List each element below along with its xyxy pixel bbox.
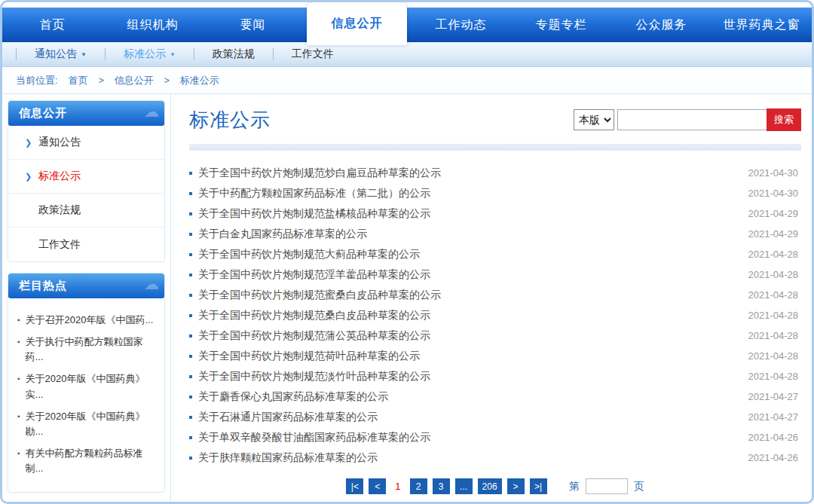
page-button[interactable]: 3 xyxy=(433,478,450,494)
news-link[interactable]: 关于全国中药饮片炮制规范炒白扁豆品种草案的公示 xyxy=(189,166,441,180)
page-button[interactable]: ... xyxy=(455,478,473,494)
news-link[interactable]: 关于全国中药饮片炮制规范盐橘核品种草案的公示 xyxy=(189,207,430,221)
subnav-item[interactable]: 通知公告▼ xyxy=(16,48,105,60)
nav-tab[interactable]: 要闻 xyxy=(203,8,303,42)
nav-tab[interactable]: 公众服务 xyxy=(611,8,711,42)
sidebar-item-label: 通知公告 xyxy=(38,136,81,149)
breadcrumb-link[interactable]: 信息公开 xyxy=(115,74,154,87)
hot-list-item[interactable]: ▪关于执行中药配方颗粒国家药... xyxy=(17,334,158,365)
news-link[interactable]: 关于全国中药饮片炮制规范大蓟品种草案的公示 xyxy=(189,248,420,261)
table-row: 关于石淋通片国家药品标准草案的公示2021-04-27 xyxy=(189,407,801,427)
news-date: 2021-04-28 xyxy=(748,289,802,301)
news-link[interactable]: 关于肤痒颗粒国家药品标准草案的公示 xyxy=(189,451,378,465)
main-header: 标准公示 本版 搜索 xyxy=(189,105,801,135)
sidebar-item-label: 标准公示 xyxy=(38,170,81,183)
news-link[interactable]: 关于单双辛酸癸酸甘油酯国家药品标准草案的公示 xyxy=(189,431,430,444)
table-row: 关于中药配方颗粒国家药品标准（第二批）的公示2021-04-30 xyxy=(189,183,801,203)
nav-tab[interactable]: 专题专栏 xyxy=(511,8,611,42)
content-area: 信息公开 ☁ ❯通知公告❯标准公示政策法规工作文件 栏目热点 ☁ ▪关于召开20… xyxy=(2,94,812,504)
breadcrumb-prefix: 当前位置: xyxy=(16,74,58,87)
subnav-item[interactable]: 政策法规 xyxy=(194,48,273,60)
pagination: |<<123...206>>|第页 xyxy=(189,478,801,494)
sidebar-hot-header: 栏目热点 ☁ xyxy=(8,273,164,298)
news-date: 2021-04-27 xyxy=(748,411,802,423)
page-title: 标准公示 xyxy=(189,107,271,133)
square-bullet-icon xyxy=(189,314,192,317)
page-button[interactable]: 2 xyxy=(410,478,427,494)
news-link[interactable]: 关于全国中药饮片炮制规范蒲公英品种草案的公示 xyxy=(189,329,430,343)
news-date: 2021-04-26 xyxy=(748,432,802,443)
sidebar-item[interactable]: ❯标准公示 xyxy=(8,160,164,194)
nav-tab[interactable]: 首页 xyxy=(2,8,103,42)
subnav-item-label: 标准公示 xyxy=(124,47,166,61)
page-button[interactable]: > xyxy=(507,478,525,494)
chevron-down-icon: ▼ xyxy=(170,51,176,58)
page-jump-prefix: 第 xyxy=(569,480,580,493)
square-bullet-icon xyxy=(189,355,192,358)
subnav-item[interactable]: 标准公示▼ xyxy=(105,48,194,60)
news-link[interactable]: 关于白金丸国家药品标准草案的公示 xyxy=(189,228,367,241)
news-title: 关于石淋通片国家药品标准草案的公示 xyxy=(198,411,378,424)
page-button[interactable]: 206 xyxy=(478,478,502,494)
news-link[interactable]: 关于全国中药饮片炮制规范蜜桑白皮品种草案的公示 xyxy=(189,289,441,302)
square-bullet-icon: ▪ xyxy=(17,446,20,476)
subnav-item[interactable]: 工作文件 xyxy=(273,48,352,60)
sidebar-item[interactable]: 政策法规 xyxy=(8,194,164,228)
news-date: 2021-04-27 xyxy=(748,391,802,402)
nav-tab[interactable]: 世界药典之窗 xyxy=(711,8,812,42)
hot-item-label: 关于2020年版《中国药典》实... xyxy=(26,371,158,402)
square-bullet-icon xyxy=(189,436,192,439)
news-date: 2021-04-28 xyxy=(748,350,802,362)
news-link[interactable]: 关于全国中药饮片炮制规范淫羊藿品种草案的公示 xyxy=(189,268,430,282)
news-date: 2021-04-29 xyxy=(748,228,802,240)
news-date: 2021-04-28 xyxy=(748,310,802,321)
sidebar-hot-title: 栏目热点 xyxy=(19,279,67,293)
hot-list-item[interactable]: ▪有关中药配方颗粒药品标准制... xyxy=(17,446,158,476)
search-button[interactable]: 搜索 xyxy=(767,108,801,131)
subnav-item-label: 工作文件 xyxy=(292,47,334,61)
page-current: 1 xyxy=(391,481,404,492)
hot-list-item[interactable]: ▪关于2020年版《中国药典》勘... xyxy=(17,409,158,439)
news-date: 2021-04-28 xyxy=(748,249,802,260)
table-row: 关于肤痒颗粒国家药品标准草案的公示2021-04-26 xyxy=(189,447,801,468)
square-bullet-icon xyxy=(189,273,192,276)
table-row: 关于白金丸国家药品标准草案的公示2021-04-29 xyxy=(189,224,801,244)
sidebar-item[interactable]: ❯通知公告 xyxy=(8,126,164,160)
search-scope-select[interactable]: 本版 xyxy=(574,109,614,130)
hot-list-item[interactable]: ▪关于召开2020年版《中国药... xyxy=(17,313,158,328)
page-button[interactable]: >| xyxy=(530,478,547,494)
sidebar-item[interactable]: 工作文件 xyxy=(8,228,164,261)
news-date: 2021-04-28 xyxy=(748,371,802,382)
nav-tab[interactable]: 组织机构 xyxy=(103,8,203,42)
nav-tab[interactable]: 信息公开 xyxy=(307,2,407,45)
page-button[interactable]: |< xyxy=(346,478,363,494)
search-input[interactable] xyxy=(617,109,767,130)
breadcrumb-link[interactable]: 标准公示 xyxy=(180,74,219,87)
news-title: 关于麝香保心丸国家药品标准草案的公示 xyxy=(198,390,388,404)
breadcrumb-link[interactable]: 首页 xyxy=(69,74,88,87)
square-bullet-icon: ▪ xyxy=(17,371,20,402)
page-button[interactable]: < xyxy=(369,478,386,494)
square-bullet-icon xyxy=(189,457,192,460)
square-bullet-icon: ▪ xyxy=(17,409,20,439)
title-separator-band xyxy=(189,144,801,151)
nav-tab[interactable]: 工作动态 xyxy=(411,8,511,42)
hot-item-label: 关于2020年版《中国药典》勘... xyxy=(26,409,158,439)
square-bullet-icon: ▪ xyxy=(17,334,20,365)
sidebar-item-label: 工作文件 xyxy=(38,238,81,252)
table-row: 关于全国中药饮片炮制规范蒲公英品种草案的公示2021-04-28 xyxy=(189,325,801,346)
square-bullet-icon xyxy=(189,334,192,338)
hot-list-item[interactable]: ▪关于2020年版《中国药典》实... xyxy=(17,371,158,402)
news-link[interactable]: 关于石淋通片国家药品标准草案的公示 xyxy=(189,411,378,424)
square-bullet-icon xyxy=(189,396,192,399)
news-link[interactable]: 关于麝香保心丸国家药品标准草案的公示 xyxy=(189,390,388,404)
news-link[interactable]: 关于全国中药饮片炮制规范荷叶品种草案的公示 xyxy=(189,350,420,363)
news-link[interactable]: 关于全国中药饮片炮制规范淡竹叶品种草案的公示 xyxy=(189,370,430,383)
sidebar-section-hot: 栏目热点 ☁ ▪关于召开2020年版《中国药...▪关于执行中药配方颗粒国家药.… xyxy=(8,273,165,493)
news-link[interactable]: 关于全国中药饮片炮制规范桑白皮品种草案的公示 xyxy=(189,309,430,322)
announcement-list: 关于全国中药饮片炮制规范炒白扁豆品种草案的公示2021-04-30关于中药配方颗… xyxy=(189,163,801,468)
news-date: 2021-04-29 xyxy=(748,208,802,219)
page-jump-input[interactable] xyxy=(586,478,628,494)
news-date: 2021-04-30 xyxy=(748,167,802,179)
news-link[interactable]: 关于中药配方颗粒国家药品标准（第二批）的公示 xyxy=(189,187,430,200)
